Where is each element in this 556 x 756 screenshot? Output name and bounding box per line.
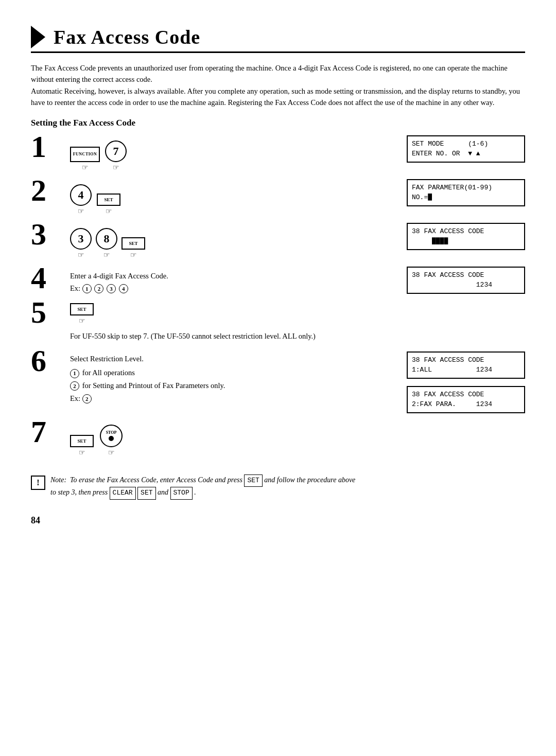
step-5: 5 SET ☞ For UF-550 skip to step 7. (The … — [31, 301, 525, 342]
step-7-number: 7 — [31, 416, 67, 447]
step-6-item-1: 1 for All operations — [70, 366, 225, 379]
function-key[interactable]: FUNCTION ☞ — [70, 147, 100, 172]
set-key-7[interactable]: SET ☞ — [70, 435, 94, 457]
step-4: 4 Enter a 4-digit Fax Access Code. Ex: 1… — [31, 267, 525, 294]
ex-circle-4: 4 — [119, 284, 128, 293]
step-7: 7 SET ☞ STOP ☞ — [31, 420, 525, 457]
step-2: 2 4 ☞ SET ☞ FAX PARAMETER(01-99) NO.=█ — [31, 179, 525, 216]
note-set-key: SET — [244, 474, 262, 487]
lcd-2: FAX PARAMETER(01-99) NO.=█ — [407, 179, 525, 206]
step-3-number: 3 — [31, 219, 67, 250]
key-4[interactable]: 4 ☞ — [70, 184, 92, 216]
title-arrow-icon — [31, 26, 45, 48]
hand-icon: ☞ — [82, 163, 89, 172]
step-2-number: 2 — [31, 175, 67, 206]
step-6: 6 Select Restriction Level. 1 for All op… — [31, 349, 525, 413]
set-key-2[interactable]: SET ☞ — [97, 194, 120, 216]
lcd-6a: 38 FAX ACCESS CODE 1:ALL 1234 — [407, 351, 525, 379]
lcd-3: 38 FAX ACCESS CODE ████ — [407, 223, 525, 250]
page-title: Fax Access Code — [54, 26, 200, 48]
step-4-text: Enter a 4-digit Fax Access Code. — [70, 271, 168, 282]
lcd-6b: 38 FAX ACCESS CODE 2:FAX PARA. 1234 — [407, 386, 525, 413]
title-bar: Fax Access Code — [31, 26, 525, 53]
page-number: 84 — [31, 515, 525, 526]
step-6-ex-label: Ex: — [70, 394, 82, 402]
note-icon: ! — [31, 476, 45, 490]
lcd-4: 38 FAX ACCESS CODE 1234 — [407, 267, 525, 294]
step-4-number: 4 — [31, 262, 67, 293]
step-6-number: 6 — [31, 345, 67, 376]
step-6-ex-circle: 2 — [82, 394, 92, 403]
note-text: Note: To erase the Fax Access Code, ente… — [50, 474, 355, 500]
steps-container: 1 FUNCTION ☞ 7 ☞ SET MODE (1-6) ENTER NO… — [31, 135, 525, 464]
step-3: 3 3 ☞ 8 ☞ SET ☞ 38 FAX ACCESS CODE ████ — [31, 223, 525, 259]
set-key-3[interactable]: SET ☞ — [121, 237, 145, 259]
step-1: 1 FUNCTION ☞ 7 ☞ SET MODE (1-6) ENTER NO… — [31, 135, 525, 172]
note-box: ! Note: To erase the Fax Access Code, en… — [31, 474, 525, 500]
key-7[interactable]: 7 ☞ — [105, 140, 127, 172]
step-5-subtext: For UF-550 skip to step 7. (The UF-550 c… — [31, 331, 316, 342]
ex-circle-1: 1 — [82, 284, 92, 293]
intro-text: The Fax Access Code prevents an unauthor… — [31, 62, 525, 109]
step-6-item-2: 2 for Setting and Printout of Fax Parame… — [70, 379, 225, 392]
note-stop-key: STOP — [170, 487, 193, 500]
step-4-ex-label: Ex: — [70, 284, 82, 292]
step-5-number: 5 — [31, 297, 67, 328]
ex-circle-2: 2 — [94, 284, 103, 293]
set-key-5[interactable]: SET ☞ — [70, 303, 94, 325]
step-1-number: 1 — [31, 131, 67, 162]
step-6-text: Select Restriction Level. — [70, 354, 225, 365]
key-3[interactable]: 3 ☞ — [70, 228, 92, 259]
ex-circle-3: 3 — [107, 284, 116, 293]
lcd-1: SET MODE (1-6) ENTER NO. OR ▼ ▲ — [407, 135, 525, 163]
note-clear-key: CLEAR — [110, 487, 136, 500]
note-set-key-2: SET — [137, 487, 155, 500]
section-heading: Setting the Fax Access Code — [31, 118, 525, 128]
key-8[interactable]: 8 ☞ — [96, 228, 117, 259]
stop-key[interactable]: STOP ☞ — [100, 425, 123, 457]
